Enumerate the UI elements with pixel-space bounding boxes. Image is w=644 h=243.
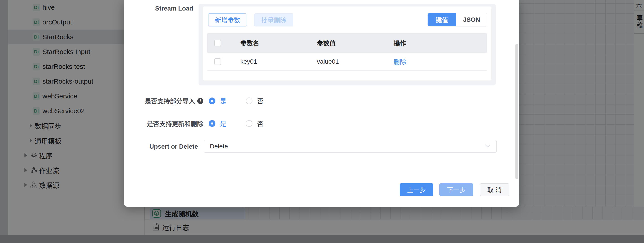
- toggle-json[interactable]: JSON: [456, 13, 487, 26]
- partial-import-label-wrap: 是否支持部分导入 i: [124, 96, 203, 105]
- upsert-support-radio-group: 是 否: [209, 119, 264, 128]
- radio-no-label[interactable]: 否: [257, 96, 264, 105]
- upsert-support-row: 是否支持更新和删除 是 否: [124, 117, 264, 130]
- row-checkbox[interactable]: [214, 58, 221, 65]
- param-value-header: 参数值: [317, 38, 336, 47]
- param-table-header: 参数名 参数值 操作: [207, 33, 487, 53]
- delete-row-link[interactable]: 删除: [394, 57, 406, 66]
- radio-no-unselected[interactable]: [246, 120, 252, 127]
- add-param-button[interactable]: 新增参数: [208, 13, 247, 26]
- radio-yes-selected[interactable]: [209, 120, 216, 127]
- param-name-cell: key01: [240, 58, 257, 65]
- radio-no-label[interactable]: 否: [257, 119, 264, 128]
- partial-import-radio-group: 是 否: [209, 96, 264, 105]
- stream-load-param-wrapper: 新增参数 批量删除 键值 JSON 参数名 参数值 操作 key01 value…: [198, 4, 496, 85]
- partial-import-label: 是否支持部分导入: [145, 96, 195, 105]
- param-table-row: key01 value01 删除: [207, 53, 487, 71]
- select-value: Delete: [210, 143, 485, 150]
- app-screen: Di hive Di orcOutput Di StarRocks Di Sta…: [0, 0, 644, 243]
- radio-yes-label[interactable]: 是: [220, 96, 226, 105]
- toggle-keyvalue[interactable]: 键值: [428, 13, 456, 26]
- stream-load-label: Stream Load: [124, 5, 193, 12]
- radio-yes-selected[interactable]: [209, 97, 216, 104]
- info-icon[interactable]: i: [197, 98, 203, 104]
- radio-no-unselected[interactable]: [246, 97, 252, 104]
- modal-scrollbar-thumb[interactable]: [516, 44, 518, 179]
- partial-import-row: 是否支持部分导入 i 是 否: [124, 94, 264, 108]
- param-value-cell: value01: [317, 58, 339, 65]
- upsert-or-delete-label: Upsert or Delete: [124, 143, 198, 150]
- starrocks-config-dialog: Stream Load 新增参数 批量删除 键值 JSON 参数名 参数值 操作: [124, 0, 519, 207]
- param-name-header: 参数名: [240, 38, 259, 47]
- stream-load-param-panel: 新增参数 批量删除 键值 JSON 参数名 参数值 操作 key01 value…: [203, 6, 492, 80]
- upsert-support-label: 是否支持更新和删除: [147, 119, 203, 128]
- param-view-toggle: 键值 JSON: [428, 13, 488, 26]
- prev-step-button[interactable]: 上一步: [400, 183, 433, 196]
- select-all-checkbox[interactable]: [214, 40, 221, 46]
- next-step-button[interactable]: 下一步: [439, 183, 473, 196]
- upsert-support-label-wrap: 是否支持更新和删除: [124, 119, 203, 128]
- chevron-down-icon: [485, 144, 490, 149]
- cancel-button[interactable]: 取 消: [480, 183, 509, 196]
- radio-yes-label[interactable]: 是: [220, 119, 226, 128]
- upsert-or-delete-select[interactable]: Delete: [204, 140, 496, 153]
- batch-delete-button[interactable]: 批量删除: [254, 13, 293, 26]
- param-action-header: 操作: [394, 38, 406, 47]
